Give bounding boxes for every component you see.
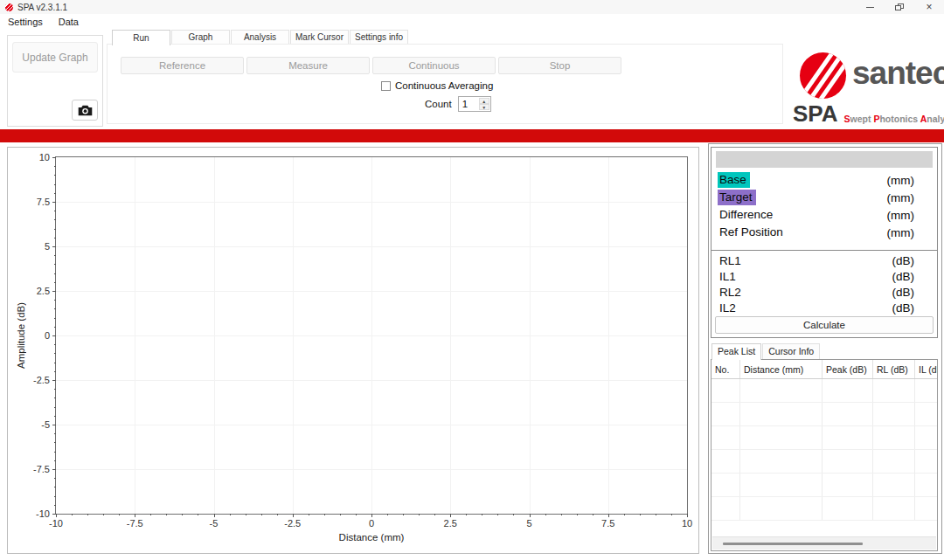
x-minor-tick [103, 514, 104, 515]
measure-button[interactable]: Measure [246, 57, 370, 74]
y-minor-tick [54, 175, 56, 176]
x-tick-label: -10 [49, 518, 63, 529]
x-tick [608, 514, 609, 517]
horizontal-scrollbar[interactable] [712, 536, 936, 550]
y-minor-tick [54, 496, 56, 497]
restore-button[interactable] [885, 0, 914, 14]
y-tick-label: 10 [39, 152, 50, 162]
minimize-button[interactable] [855, 0, 885, 14]
reference-button[interactable]: Reference [121, 57, 244, 74]
y-minor-tick [54, 353, 56, 354]
x-minor-tick [466, 514, 467, 515]
x-minor-tick [277, 514, 278, 515]
update-graph-button[interactable]: Update Graph [12, 42, 98, 73]
peak-table-row [711, 474, 938, 497]
x-minor-tick [150, 514, 151, 515]
spin-down-icon[interactable]: ▼ [479, 104, 489, 110]
x-minor-tick [340, 514, 341, 515]
tab-settings-info[interactable]: Settings info [350, 30, 408, 44]
y-minor-tick [54, 273, 56, 274]
y-gridline [56, 291, 687, 292]
santec-branding: santec SPA Swept Photonics Analyzer [791, 48, 940, 127]
screenshot-button[interactable] [72, 100, 98, 121]
y-minor-tick [54, 344, 56, 345]
x-tick-label: 7.5 [601, 518, 614, 529]
tab-graph[interactable]: Graph [171, 30, 230, 44]
peak-table-cell [740, 497, 823, 520]
peak-table-cell [740, 450, 823, 473]
x-minor-tick [545, 514, 546, 515]
x-minor-tick [198, 514, 198, 515]
peak-column-header: RL (dB) [873, 360, 915, 378]
x-tick [687, 514, 688, 517]
tagline-s: S [844, 114, 850, 124]
peak-table-cell [711, 379, 740, 402]
y-gridline [56, 469, 687, 470]
plot-area[interactable]: -10-7.5-5-2.502.557.510-10-7.5-5-2.502.5… [55, 156, 688, 515]
y-tick-label: -10 [36, 508, 50, 519]
peak-table-cell [915, 450, 938, 473]
target-unit: (mm) [887, 191, 914, 204]
x-minor-tick [403, 514, 404, 515]
y-tick [52, 202, 56, 203]
x-tick [56, 514, 57, 517]
title-bar: SPA v2.3.1.1 × [0, 0, 944, 14]
peak-tab-strip: Peak List Cursor Info [711, 343, 821, 360]
peak-table-row [711, 497, 938, 521]
calculate-button[interactable]: Calculate [715, 316, 934, 334]
y-minor-tick [54, 327, 56, 328]
rl2-label: RL2 [719, 286, 741, 299]
left-control-panel: Update Graph [7, 35, 103, 127]
il2-unit: (dB) [892, 301, 914, 315]
x-minor-tick [482, 514, 482, 515]
y-gridline [56, 425, 687, 425]
peak-table-cell [823, 450, 873, 473]
y-tick [52, 425, 56, 425]
tab-peak-list[interactable]: Peak List [711, 343, 761, 360]
peak-column-header: Distance (mm) [740, 360, 823, 378]
y-minor-tick [54, 219, 56, 220]
peak-table-cell [740, 379, 823, 402]
results-panel: Base (mm) Target (mm) Difference (mm) Re… [708, 143, 942, 554]
continuous-averaging-row: Continuous Averaging [381, 80, 493, 92]
peak-table-cell [915, 379, 938, 402]
santec-logo-icon [800, 52, 846, 99]
y-minor-tick [54, 229, 56, 230]
x-axis-title: Distance (mm) [55, 532, 688, 543]
menu-settings[interactable]: Settings [0, 17, 51, 27]
menu-data[interactable]: Data [51, 17, 87, 27]
tab-mark-cursor[interactable]: Mark Cursor [290, 30, 349, 44]
y-minor-tick [54, 407, 56, 408]
app-window: SPA v2.3.1.1 × Settings Data Update Grap… [0, 0, 944, 560]
stop-button[interactable]: Stop [498, 57, 621, 74]
y-minor-tick [54, 460, 56, 461]
continuous-averaging-checkbox[interactable] [381, 81, 391, 91]
x-tick-label: -5 [210, 518, 219, 529]
ref-position-label: Ref Position [718, 225, 787, 240]
spin-up-icon[interactable]: ▲ [479, 98, 489, 104]
y-axis-title: Amplitude (dB) [15, 156, 27, 515]
app-icon [5, 3, 13, 11]
continuous-button[interactable]: Continuous [372, 57, 496, 74]
rl2-unit: (dB) [892, 286, 914, 299]
scrollbar-thumb[interactable] [723, 543, 863, 545]
x-tick-label: 2.5 [444, 518, 457, 529]
rl1-unit: (dB) [892, 254, 914, 267]
peak-table-cell [711, 426, 740, 449]
tab-cursor-info[interactable]: Cursor Info [762, 343, 820, 359]
peak-table-cell [823, 474, 873, 496]
main-tab-strip: Run Graph Analysis Mark Cursor Settings … [112, 30, 409, 45]
close-button[interactable]: × [914, 0, 944, 14]
x-minor-tick [434, 514, 435, 515]
peak-table-cell [915, 497, 938, 520]
peak-table-row [711, 426, 938, 450]
x-minor-tick [656, 514, 656, 515]
base-row: Base (mm) [711, 171, 937, 189]
tab-run[interactable]: Run [112, 30, 170, 45]
count-spinner[interactable]: 1 ▲ ▼ [458, 96, 491, 112]
y-tick-label: 5 [45, 241, 50, 252]
ref-position-unit: (mm) [887, 226, 914, 239]
peak-table-cell [873, 403, 915, 425]
y-minor-tick [54, 363, 56, 363]
tab-analysis[interactable]: Analysis [231, 30, 289, 44]
